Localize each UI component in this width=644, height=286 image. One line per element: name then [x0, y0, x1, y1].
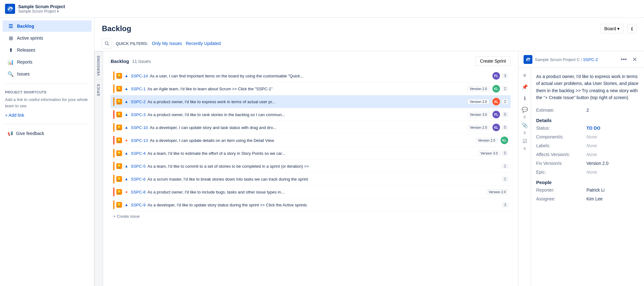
issue-summary: As a team, I'd like to estimate the effo… — [147, 151, 475, 156]
comment-count: 5 — [502, 112, 508, 117]
comment-icon-button[interactable]: 💬 — [520, 104, 530, 115]
priority-up-icon: ▲ — [124, 125, 129, 130]
backlog-title-area: Backlog 11 issues — [111, 59, 151, 64]
detail-close-button[interactable]: ✕ — [630, 55, 639, 64]
svg-point-5 — [529, 58, 530, 59]
table-row[interactable]: 💡 ▲ SSPC-4 As a team, I'd like to estima… — [111, 147, 511, 160]
add-link-button[interactable]: + Add link — [0, 110, 94, 120]
field-components: Component/s: None — [536, 134, 639, 139]
versions-tab[interactable]: VERSIONS — [95, 51, 103, 80]
sidebar-divider-2 — [5, 124, 89, 124]
shortcut-text: Add a link to useful information for you… — [0, 95, 94, 110]
priority-bar — [113, 200, 114, 209]
info-icon-button[interactable]: ℹ — [520, 93, 530, 103]
sidebar-item-releases[interactable]: ⬆ Releases — [3, 44, 92, 56]
table-row[interactable]: 💡 ▲ SSPC-2 As a product owner, I'd like … — [111, 95, 511, 108]
issue-key[interactable]: SSPC-6 — [131, 177, 146, 182]
issue-key[interactable]: SSPC-10 — [131, 125, 148, 130]
table-row[interactable]: 💡 ● SSPC-8 As a product owner, I'd like … — [111, 186, 511, 199]
priority-red-icon: ● — [124, 189, 129, 194]
give-feedback-button[interactable]: 📢 Give feedback — [3, 128, 92, 138]
description-icon-button[interactable]: ≡ — [520, 70, 530, 81]
attach-icon-button[interactable]: 📎 — [520, 120, 530, 130]
status-value[interactable]: TO DO — [586, 126, 600, 131]
sidebar-item-reports[interactable]: 📊 Reports — [3, 56, 92, 68]
priority-bar — [113, 97, 114, 106]
issue-summary: As a developer, I can update details on … — [150, 138, 473, 143]
collapse-button[interactable]: ⟪ — [627, 24, 636, 33]
issue-key[interactable]: SSPC-9 — [131, 203, 146, 207]
recently-updated-filter[interactable]: Recently Updated — [186, 41, 221, 46]
search-button[interactable] — [102, 38, 112, 48]
issue-key[interactable]: SSPC-2 — [131, 99, 146, 104]
give-feedback-icon: 📢 — [8, 131, 13, 136]
issue-key[interactable]: SSPC-5 — [131, 164, 146, 169]
side-action-checklist: ☑ 0 — [520, 136, 530, 150]
version-badge: Version 2.0 — [476, 138, 497, 143]
table-row[interactable]: 💡 ▲ SSPC-9 As a developer, I'd like to u… — [111, 199, 511, 211]
app-body: ☰ Backlog ⊞ Active sprints ⬆ Releases 📊 … — [0, 18, 644, 286]
table-row[interactable]: 💡 ▲ SSPC-6 As a scrum master, I'd like t… — [111, 173, 511, 186]
issue-key[interactable]: SSPC-8 — [131, 190, 146, 194]
priority-bar — [113, 149, 114, 158]
avatar: KL — [492, 124, 500, 131]
breadcrumb: Sample Scrum Project C / SSPC-2 — [535, 57, 616, 62]
table-row[interactable]: 💡 ▲ SSPC-10 As a developer, I can update… — [111, 121, 511, 134]
issue-type-icon: 💡 — [116, 176, 122, 182]
issue-summary: As a scrum master, I'd like to break sto… — [147, 177, 500, 182]
sidebar-item-issues[interactable]: 🔍 Issues — [3, 68, 92, 80]
issue-type-icon: 💡 — [116, 189, 122, 195]
sidebar-divider — [5, 84, 89, 84]
breadcrumb-issue-link[interactable]: SSPC-2 — [583, 57, 598, 62]
priority-bar — [113, 188, 114, 196]
backlog-icon: ☰ — [8, 23, 14, 29]
priority-up-icon: ▲ — [124, 202, 129, 207]
project-sub[interactable]: Sample Scrum Project ▾ — [18, 9, 65, 14]
pin-icon-button[interactable]: 📌 — [520, 82, 530, 92]
issue-key[interactable]: SSPC-13 — [131, 138, 148, 143]
epics-tab[interactable]: EPICS — [95, 80, 103, 99]
side-actions: ≡ 📌 ℹ 💬 0 📎 — [519, 68, 531, 286]
issue-key[interactable]: SSPC-4 — [131, 151, 146, 156]
table-row[interactable]: 💡 ● SSPC-13 As a developer, I can update… — [111, 134, 511, 147]
header-actions: Board ▾ ⟪ — [600, 24, 636, 33]
issue-summary: As a developer, I'd like to update story… — [147, 203, 500, 207]
table-row[interactable]: 💡 ▲ SSPC-5 As a team, I'd like to commit… — [111, 160, 511, 173]
side-action-info: ℹ — [520, 93, 530, 103]
priority-up-icon: ▲ — [124, 73, 129, 78]
issue-key[interactable]: SSPC-3 — [131, 112, 146, 117]
issue-type-icon: 💡 — [116, 112, 122, 117]
table-row[interactable]: 💡 ▲ SSPC-3 As a product owner, I'd like … — [111, 108, 511, 121]
issue-summary: As a developer, I can update story and t… — [150, 125, 464, 130]
side-action-description: ≡ — [520, 70, 530, 81]
table-row[interactable]: 💡 ▲ SSPC-14 As a user, I can find import… — [111, 70, 511, 82]
create-issue-button[interactable]: + Create issue — [111, 211, 511, 221]
version-badge: Version 2.0 — [468, 86, 489, 91]
issue-key[interactable]: SSPC-1 — [131, 87, 146, 91]
table-row[interactable]: 💡 ▲ SSPC-1 As an Agile team, I'd like to… — [111, 82, 511, 95]
attach-count: 0 — [524, 131, 525, 135]
affects-version-value: None — [586, 152, 597, 157]
project-name: Sample Scrum Project — [18, 4, 65, 9]
fix-version-label: Fix Version/s: — [536, 161, 586, 166]
project-logo-area[interactable]: Sample Scrum Project Sample Scrum Projec… — [5, 4, 65, 14]
sidebar-item-active-sprints[interactable]: ⊞ Active sprints — [3, 32, 92, 44]
checklist-icon-button[interactable]: ☑ — [520, 136, 530, 146]
issue-type-icon: 💡 — [116, 86, 122, 92]
priority-bar — [113, 175, 114, 183]
create-sprint-button[interactable]: Create Sprint — [475, 56, 511, 66]
issue-type-icon: 💡 — [116, 163, 122, 169]
field-assignee: Assignee: Kim Lee — [536, 196, 639, 201]
issue-summary: As a product owner, I'd like to express … — [147, 99, 464, 104]
page-header: Backlog Board ▾ ⟪ — [94, 18, 644, 36]
avatar: KL — [492, 85, 500, 93]
board-button[interactable]: Board ▾ — [600, 24, 624, 33]
sidebar-item-backlog[interactable]: ☰ Backlog — [3, 20, 92, 32]
issue-key[interactable]: SSPC-14 — [131, 74, 148, 78]
detail-more-button[interactable]: ••• — [619, 56, 629, 64]
affects-version-label: Affects Version/s: — [536, 152, 586, 157]
svg-point-4 — [526, 57, 530, 62]
only-my-issues-filter[interactable]: Only My Issues — [152, 41, 182, 46]
checklist-count: 0 — [524, 147, 525, 150]
comment-count: 2 — [502, 86, 508, 91]
